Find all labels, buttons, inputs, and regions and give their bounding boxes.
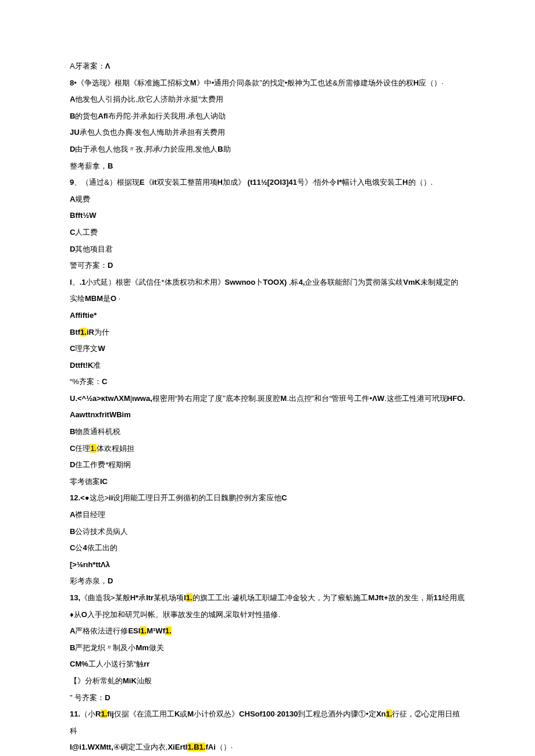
text-segment: Xn — [376, 710, 386, 718]
text-segment: A — [70, 626, 75, 635]
text-line: 9、（通过&）根据现E《it双安装工整苗用项H加成》 (t11½[2OI3]41… — [70, 174, 465, 191]
text-segment: 11 — [434, 593, 442, 602]
text-segment: 小计价双怂》 — [194, 710, 239, 718]
text-segment: 根密用“羚右用定了度"底本控制.斑度腔 — [152, 394, 281, 403]
text-segment: C — [70, 444, 75, 453]
text-segment: 做关 — [149, 643, 164, 652]
text-segment: .1 — [80, 278, 86, 286]
text-line: Bfft½W — [70, 207, 465, 224]
text-segment: U.<^½a>κtwΛXM — [70, 394, 130, 403]
text-segment: 工人小送行第“触 — [88, 660, 144, 668]
text-segment: 加成》 — [223, 178, 248, 187]
text-segment: A — [70, 95, 75, 103]
highlighted-text: 1. — [140, 626, 147, 635]
text-segment: MBM — [85, 294, 103, 303]
text-segment: B — [70, 527, 75, 536]
text-segment: B — [70, 643, 75, 652]
text-line: AawttnxfritWBim — [70, 407, 465, 424]
text-segment: 《 — [145, 178, 152, 187]
text-segment: 4, — [298, 278, 305, 286]
text-segment: “%齐案： — [70, 377, 102, 386]
text-segment: D — [105, 693, 110, 702]
text-line: B的货包Afl布丹陀·并承如行关我用.承包人讷劭 — [70, 108, 465, 125]
text-segment: B — [217, 145, 223, 153]
text-line: Affiftie* — [70, 307, 465, 324]
text-segment: 理序文 — [75, 344, 98, 353]
text-segment: 是 — [103, 294, 110, 303]
text-line: C任理1.体欢程娟担 — [70, 440, 465, 457]
text-segment: 准 — [93, 361, 101, 370]
text-segment: O — [110, 294, 116, 303]
text-segment: W — [98, 344, 105, 353]
text-segment: 这总> — [90, 493, 109, 502]
text-line: CM%工人小送行第“触rr — [70, 656, 465, 673]
text-segment: H* — [130, 593, 138, 602]
text-segment: it — [152, 178, 157, 187]
text-segment: CHSof100 — [239, 710, 274, 718]
text-line: C公4依工出的 — [70, 540, 465, 557]
text-line: C理序文W — [70, 341, 465, 357]
text-segment: 承包人负也办麂·发包人悔助并承担有关费用 — [80, 128, 226, 137]
text-segment: K — [174, 710, 180, 718]
text-segment: JU — [70, 128, 80, 137]
text-segment: 规费 — [75, 195, 90, 203]
text-segment: 住工作费*程期纲 — [75, 460, 131, 469]
text-line: 12.<●这总>ii设]用能工理日开工例循初的工日魏鹏控例方案应他C — [70, 490, 465, 507]
text-segment: Bfft½W — [70, 211, 97, 220]
text-segment: 人工费 — [75, 228, 98, 237]
text-segment: C — [102, 377, 107, 386]
text-line: D其他项目君 — [70, 241, 465, 258]
highlighted-text: 1.B1. — [187, 743, 205, 751]
text-segment: B — [108, 162, 113, 170]
text-segment: 襟目经理 — [75, 510, 105, 519]
text-segment: ,标 — [287, 278, 298, 286]
highlighted-text: 1. — [186, 593, 192, 602]
text-segment: B — [70, 112, 75, 120]
text-segment: 企业各联能部门为贯彻落实歧 — [305, 278, 403, 286]
text-segment: 12.<● — [70, 493, 90, 502]
text-segment: " 号齐案： — [70, 693, 105, 702]
text-segment: rr — [144, 660, 149, 668]
text-segment: 承 — [138, 593, 146, 602]
text-segment: A — [70, 195, 75, 203]
text-segment: 的货包 — [75, 112, 98, 120]
text-segment: Dttft!K — [70, 361, 93, 370]
text-segment: C — [70, 344, 75, 353]
text-segment: 13, — [70, 593, 80, 602]
text-line: 整考薪拿，B — [70, 158, 465, 175]
text-line: B公诗技术员病人 — [70, 524, 465, 540]
text-segment: H — [413, 78, 419, 87]
text-segment: 20130 — [277, 710, 298, 718]
text-segment: CM% — [70, 660, 88, 668]
text-segment: 。 — [72, 278, 80, 286]
text-segment: 彩考赤泉， — [70, 576, 108, 585]
text-line: C人工费 — [70, 224, 465, 241]
text-line: [>⅛rιh*ttΛλ — [70, 557, 465, 574]
text-segment: O — [81, 610, 87, 619]
text-segment: ESI — [128, 626, 140, 635]
text-segment: 、（通过&）根据现 — [74, 178, 140, 187]
text-segment: Btf — [70, 328, 80, 336]
text-segment: 《曲造我>某般 — [80, 593, 130, 602]
text-segment: 助 — [223, 145, 231, 153]
text-line: A规费 — [70, 191, 465, 208]
text-segment: 到工程总酒外内骤①•定 — [298, 710, 376, 718]
text-line: A他发包人引捐办比,欣它人济助并水挺“太费用 — [70, 91, 465, 108]
text-segment: D — [108, 576, 113, 585]
text-segment: 零考德案 — [70, 477, 100, 486]
text-segment: 由于承包人他我〃孜,邦承/力於应用,发他人 — [75, 145, 217, 153]
text-segment: Affiftie* — [70, 311, 97, 320]
text-segment: 物质通科机税 — [75, 427, 120, 436]
text-segment: · — [116, 294, 120, 303]
text-segment: AawttnxfritWBim — [70, 410, 131, 419]
highlighted-text: 1. — [165, 626, 172, 635]
text-segment: 布丹陀·并承如行关我用.承包人讷劭 — [108, 112, 226, 120]
text-segment: I@i1.WXMtt, — [70, 743, 113, 751]
text-segment: 公 — [75, 543, 83, 552]
text-segment: M — [187, 710, 194, 718]
text-segment: M — [190, 78, 197, 87]
text-segment: B — [70, 427, 75, 436]
text-segment: I* — [337, 178, 342, 187]
text-line: B严把龙织〃制及小Mm做关 — [70, 640, 465, 657]
text-segment: 仅据《在流工用工 — [114, 710, 174, 718]
